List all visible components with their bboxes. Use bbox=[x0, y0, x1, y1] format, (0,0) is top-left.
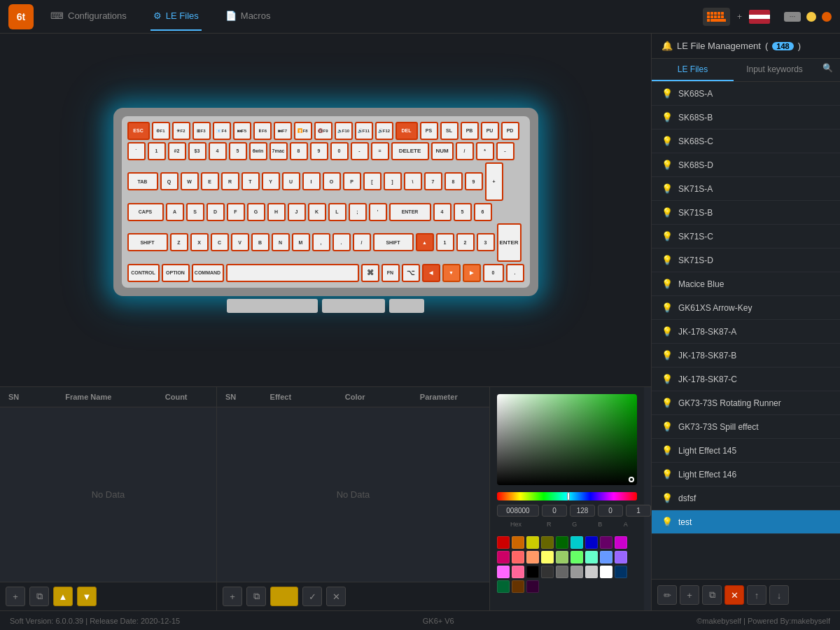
key-sl[interactable]: SL bbox=[440, 122, 458, 140]
color-hue-bar[interactable] bbox=[497, 492, 637, 500]
key-comma[interactable]: , bbox=[312, 233, 330, 251]
key-pd[interactable]: PD bbox=[501, 122, 519, 140]
key-m[interactable]: M bbox=[292, 233, 310, 251]
sidebar-tab-input-keywords[interactable]: Input keywords bbox=[734, 59, 816, 81]
sidebar-item-sk68s-c[interactable]: 💡 SK68S-C bbox=[652, 130, 840, 153]
sidebar-item-light-effect-145[interactable]: 💡 Light Effect 145 bbox=[652, 439, 840, 463]
key-numstar[interactable]: * bbox=[476, 142, 494, 160]
key-minus[interactable]: - bbox=[351, 142, 369, 160]
color-swatch-3[interactable] bbox=[541, 536, 554, 549]
sidebar-footer-btn-add[interactable]: + bbox=[680, 585, 699, 605]
sidebar-item-sk71s-b[interactable]: 💡 SK71S-B bbox=[652, 201, 840, 225]
key-5[interactable]: 5 bbox=[229, 142, 247, 160]
key-period[interactable]: . bbox=[332, 233, 351, 251]
key-num7[interactable]: 7 bbox=[424, 172, 442, 190]
color-swatch-13[interactable] bbox=[556, 551, 568, 564]
key-lbracket[interactable]: [ bbox=[363, 172, 382, 190]
key-i[interactable]: I bbox=[302, 172, 321, 190]
key-command[interactable]: COMMAND bbox=[192, 264, 224, 282]
key-u[interactable]: U bbox=[282, 172, 300, 190]
key-f7[interactable]: ⏭F7 bbox=[274, 122, 292, 140]
frame-golden-btn[interactable]: ▲ bbox=[53, 587, 73, 606]
key-9[interactable]: 9 bbox=[310, 142, 328, 160]
language-flag[interactable] bbox=[749, 10, 770, 24]
sidebar-item-gk73-73s-spill-effect[interactable]: 💡 GK73-73S Spill effect bbox=[652, 415, 840, 439]
key-quote[interactable]: ' bbox=[369, 203, 387, 221]
key-enter[interactable]: ENTER bbox=[389, 203, 431, 221]
sidebar-item-test[interactable]: 💡 test bbox=[652, 510, 840, 534]
key-shift-left[interactable]: SHIFT bbox=[127, 233, 168, 251]
key-backslash[interactable]: \ bbox=[404, 172, 422, 190]
key-f5[interactable]: ⏮F5 bbox=[233, 122, 251, 140]
color-swatch-27[interactable] bbox=[497, 580, 510, 593]
key-s[interactable]: S bbox=[186, 203, 204, 221]
key-ps[interactable]: PS bbox=[420, 122, 438, 140]
color-swatch-7[interactable] bbox=[600, 536, 612, 549]
key-numminus[interactable]: - bbox=[496, 142, 514, 160]
key-cmd-r[interactable]: ⌘ bbox=[361, 264, 379, 282]
device-display-btn[interactable] bbox=[703, 8, 730, 26]
key-c[interactable]: C bbox=[211, 233, 229, 251]
sidebar-item-gk61xs-arrow-key[interactable]: 💡 GK61XS Arrow-Key bbox=[652, 296, 840, 320]
key-f10[interactable]: 🔉F10 bbox=[335, 122, 353, 140]
nav-tab-configurations[interactable]: ⌨ Configurations bbox=[48, 2, 130, 31]
key-num5[interactable]: 5 bbox=[454, 203, 472, 221]
sidebar-footer-btn-delete[interactable]: ✕ bbox=[724, 585, 744, 605]
key-del[interactable]: DEL bbox=[396, 122, 418, 140]
key-pb[interactable]: PB bbox=[461, 122, 479, 140]
key-z[interactable]: Z bbox=[170, 233, 188, 251]
key-numenter[interactable]: ENTER bbox=[497, 223, 522, 262]
color-swatch-22[interactable] bbox=[556, 566, 568, 578]
key-1[interactable]: 1 bbox=[148, 142, 166, 160]
color-swatch-23[interactable] bbox=[570, 566, 583, 578]
color-swatch-0[interactable] bbox=[497, 536, 510, 549]
key-v[interactable]: V bbox=[231, 233, 249, 251]
color-swatch-18[interactable] bbox=[497, 566, 510, 578]
key-n[interactable]: N bbox=[272, 233, 290, 251]
frame-golden-down-btn[interactable]: ▼ bbox=[77, 587, 97, 606]
key-right[interactable]: ▶ bbox=[463, 264, 481, 282]
color-swatch-25[interactable] bbox=[600, 566, 612, 578]
sidebar-search-btn[interactable]: 🔍 bbox=[816, 59, 840, 81]
key-r[interactable]: R bbox=[221, 172, 239, 190]
sidebar-item-dsfsf[interactable]: 💡 dsfsf bbox=[652, 486, 840, 510]
sidebar-item-jk-178-sk87-b[interactable]: 💡 JK-178-SK87-B bbox=[652, 344, 840, 368]
sidebar-item-sk68s-a[interactable]: 💡 SK68S-A bbox=[652, 82, 840, 106]
key-f3[interactable]: ⊞F3 bbox=[192, 122, 211, 140]
key-tab[interactable]: TAB bbox=[127, 172, 158, 190]
color-swatch-21[interactable] bbox=[541, 566, 554, 578]
key-o[interactable]: O bbox=[323, 172, 341, 190]
key-num6[interactable]: 6 bbox=[474, 203, 492, 221]
key-alt-r[interactable]: ⌥ bbox=[402, 264, 420, 282]
key-l[interactable]: L bbox=[328, 203, 346, 221]
window-minimize-btn[interactable] bbox=[806, 12, 816, 22]
color-swatch-11[interactable] bbox=[526, 551, 539, 564]
key-fn[interactable]: FN bbox=[382, 264, 400, 282]
sidebar-footer-btn-download[interactable]: ↓ bbox=[769, 585, 789, 605]
key-f[interactable]: F bbox=[227, 203, 245, 221]
key-4[interactable]: 4 bbox=[209, 142, 227, 160]
key-b[interactable]: B bbox=[251, 233, 270, 251]
sidebar-footer-btn-upload[interactable]: ↑ bbox=[747, 585, 766, 605]
key-y[interactable]: Y bbox=[262, 172, 280, 190]
key-num[interactable]: NUM bbox=[431, 142, 454, 160]
key-equals[interactable]: = bbox=[371, 142, 389, 160]
color-swatch-16[interactable] bbox=[600, 551, 612, 564]
effect-x-btn[interactable]: ✕ bbox=[326, 587, 346, 606]
color-swatch-24[interactable] bbox=[585, 566, 598, 578]
color-r-input[interactable] bbox=[542, 505, 567, 517]
key-0[interactable]: 0 bbox=[330, 142, 349, 160]
key-control[interactable]: CONTROL bbox=[127, 264, 160, 282]
color-gradient[interactable] bbox=[497, 394, 637, 485]
frame-add-btn[interactable]: + bbox=[6, 587, 25, 606]
color-swatch-28[interactable] bbox=[512, 580, 524, 593]
key-num2[interactable]: 2 bbox=[456, 233, 475, 251]
color-swatch-4[interactable] bbox=[556, 536, 568, 549]
key-q[interactable]: Q bbox=[160, 172, 178, 190]
key-up[interactable]: ▲ bbox=[416, 233, 434, 251]
effect-golden-btn[interactable] bbox=[270, 587, 298, 606]
color-swatch-14[interactable] bbox=[570, 551, 583, 564]
key-f2[interactable]: ☀F2 bbox=[172, 122, 190, 140]
color-swatch-29[interactable] bbox=[526, 580, 539, 593]
key-left[interactable]: ◀ bbox=[422, 264, 440, 282]
